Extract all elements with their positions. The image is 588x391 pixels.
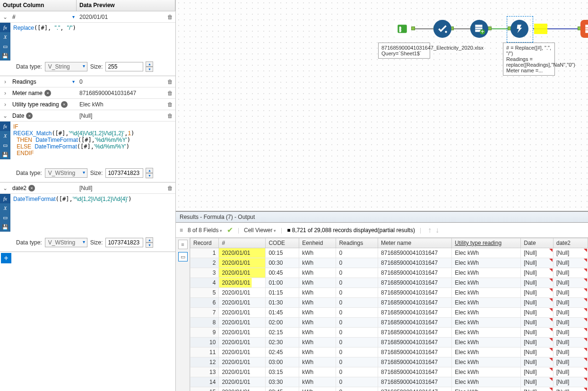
header-output-column: Output Column: [0, 0, 77, 11]
chevron-right-icon[interactable]: ›: [0, 77, 10, 87]
fx-icon[interactable]: fx: [0, 122, 10, 131]
table-row[interactable]: 12020/01/0100:15kWh0871685900041031647El…: [190, 248, 588, 258]
col-header[interactable]: Eenheid: [299, 238, 336, 248]
formula-text[interactable]: IF REGEX_Match([#],'^\d{4}\/\d{1,2}\/\d{…: [10, 122, 175, 182]
col-header[interactable]: CODE: [266, 238, 299, 248]
col-header[interactable]: Readings: [336, 238, 378, 248]
chevron-right-icon[interactable]: ›: [0, 88, 10, 98]
fields-dropdown[interactable]: 8 of 8 Fields: [188, 227, 222, 234]
chevron-down-icon[interactable]: ⌄: [0, 12, 10, 22]
field-name-select[interactable]: Meter name×: [10, 89, 77, 97]
datatype-label: Data type:: [16, 63, 42, 70]
clear-icon[interactable]: ×: [26, 113, 33, 119]
clear-icon[interactable]: ×: [44, 90, 51, 96]
col-header[interactable]: Meter name: [378, 238, 452, 248]
field-name-select[interactable]: date2×: [10, 184, 77, 192]
folder-icon[interactable]: ▭: [0, 42, 10, 51]
svg-text:+: +: [481, 28, 484, 35]
col-header[interactable]: Date: [521, 238, 553, 248]
datatype-select[interactable]: V_WString: [45, 238, 87, 247]
table-row[interactable]: 112020/01/0102:45kWh0871685900041031647E…: [190, 348, 588, 357]
clear-icon[interactable]: ×: [61, 101, 68, 108]
save-icon[interactable]: 💾: [0, 51, 10, 61]
table-row[interactable]: 72020/01/0101:45kWh0871685900041031647El…: [190, 308, 588, 318]
table-row[interactable]: 92020/01/0102:15kWh0871685900041031647El…: [190, 328, 588, 338]
chevron-down-icon[interactable]: ⌄: [0, 111, 10, 121]
trash-icon[interactable]: 🗑: [165, 14, 175, 20]
size-input[interactable]: [105, 168, 143, 178]
variable-icon[interactable]: X: [0, 32, 10, 42]
save-icon[interactable]: 💾: [0, 150, 10, 159]
table-row[interactable]: 122020/01/0103:00kWh0871685900041031647E…: [190, 357, 588, 367]
fx-icon[interactable]: fx: [0, 194, 10, 203]
grid-view-icon[interactable]: ≡: [178, 240, 188, 249]
table-row[interactable]: 22020/01/0100:30kWh0871685900041031647El…: [190, 258, 588, 268]
size-input[interactable]: [105, 238, 143, 247]
trash-icon[interactable]: 🗑: [165, 101, 175, 108]
workflow-canvas[interactable]: + + 871685900041031647_Electricity_2020.…: [176, 0, 588, 211]
cell-viewer-dropdown[interactable]: Cell Viewer: [244, 227, 276, 234]
chevron-down-icon[interactable]: ⌄: [0, 183, 10, 193]
data-tool-icon[interactable]: +: [470, 20, 488, 38]
arrow-down-icon[interactable]: ↓: [435, 226, 439, 234]
table-row[interactable]: 152020/01/0103:45kWh0871685900041031647E…: [190, 387, 588, 391]
trash-icon[interactable]: 🗑: [165, 78, 175, 85]
field-row-date: ⌄ Date× [Null] 🗑: [0, 110, 175, 122]
trash-icon[interactable]: 🗑: [165, 185, 175, 191]
col-header[interactable]: #: [219, 238, 266, 248]
grid-page-icon[interactable]: ▭: [178, 252, 188, 261]
formula-text[interactable]: Replace([#], ".", "/"): [13, 25, 173, 31]
spin-up-icon[interactable]: ▲: [146, 237, 153, 243]
results-toolbar: ≡ 8 of 8 Fields ✔ | Cell Viewer | ■ 8,72…: [176, 223, 588, 238]
field-name-select[interactable]: #▾: [10, 13, 77, 21]
datatype-select[interactable]: V_String: [45, 62, 87, 71]
size-input[interactable]: [105, 62, 143, 71]
save-icon[interactable]: 💾: [0, 222, 10, 232]
trash-icon[interactable]: 🗑: [165, 113, 175, 119]
field-row-meter: › Meter name× 871685900041031647 🗑: [0, 87, 175, 99]
col-header[interactable]: Record: [190, 238, 219, 248]
field-name-select[interactable]: Date×: [10, 112, 77, 120]
table-row[interactable]: 142020/01/0103:30kWh0871685900041031647E…: [190, 377, 588, 387]
table-row[interactable]: 42020/01/0101:00kWh0871685900041031647El…: [190, 278, 588, 288]
select-tool-icon[interactable]: [433, 20, 451, 38]
col-header[interactable]: Utility type reading: [452, 238, 521, 248]
svg-point-1: [445, 31, 447, 33]
table-row[interactable]: 82020/01/0102:00kWh0871685900041031647El…: [190, 318, 588, 328]
add-field-button[interactable]: +: [1, 253, 11, 263]
folder-icon[interactable]: ▭: [0, 213, 10, 222]
table-row[interactable]: 62020/01/0101:30kWh0871685900041031647El…: [190, 298, 588, 308]
table-row[interactable]: 132020/01/0103:15kWh0871685900041031647E…: [190, 367, 588, 377]
check-icon[interactable]: ✔: [227, 226, 233, 235]
field-row-hash: ⌄ #▾ 2020/01/01 🗑: [0, 11, 175, 23]
table-row[interactable]: 32020/01/0100:45kWh0871685900041031647El…: [190, 268, 588, 278]
spin-up-icon[interactable]: ▲: [146, 168, 153, 173]
fx-icon[interactable]: fx: [0, 23, 10, 32]
menu-icon[interactable]: ≡: [180, 227, 183, 234]
table-row[interactable]: 102020/01/0102:30kWh0871685900041031647E…: [190, 338, 588, 348]
datatype-select[interactable]: V_WString: [45, 168, 87, 178]
spin-up-icon[interactable]: ▲: [146, 61, 153, 67]
grid-header-row: Record # CODE Eenheid Readings Meter nam…: [190, 238, 588, 248]
nav-arrows: ↑↓: [426, 226, 441, 235]
spin-down-icon[interactable]: ▼: [146, 67, 153, 72]
clear-icon[interactable]: ×: [28, 185, 35, 191]
formula-tool-icon[interactable]: [510, 20, 528, 38]
variable-icon[interactable]: X: [0, 131, 10, 140]
col-header[interactable]: date2: [553, 238, 588, 248]
spin-down-icon[interactable]: ▼: [146, 243, 153, 248]
output-tool-icon[interactable]: [580, 20, 588, 38]
table-row[interactable]: 52020/01/0101:15kWh0871685900041031647El…: [190, 288, 588, 298]
variable-icon[interactable]: X: [0, 203, 10, 213]
trash-icon[interactable]: 🗑: [165, 90, 175, 96]
results-grid[interactable]: Record # CODE Eenheid Readings Meter nam…: [190, 238, 588, 391]
results-title: Results - Formula (7) - Output: [176, 212, 588, 223]
formula-text[interactable]: DateTimeFormat([#],'^\d{1,2}\/\d{1,2}\/\…: [10, 194, 175, 252]
folder-icon[interactable]: ▭: [0, 140, 10, 150]
spin-down-icon[interactable]: ▼: [146, 173, 153, 178]
field-name-select[interactable]: Utility type reading×: [10, 100, 77, 109]
arrow-up-icon[interactable]: ↑: [428, 226, 432, 234]
chevron-right-icon[interactable]: ›: [0, 99, 10, 110]
input-tool-icon[interactable]: [393, 20, 411, 38]
field-name-select[interactable]: Readings▾: [10, 78, 77, 86]
